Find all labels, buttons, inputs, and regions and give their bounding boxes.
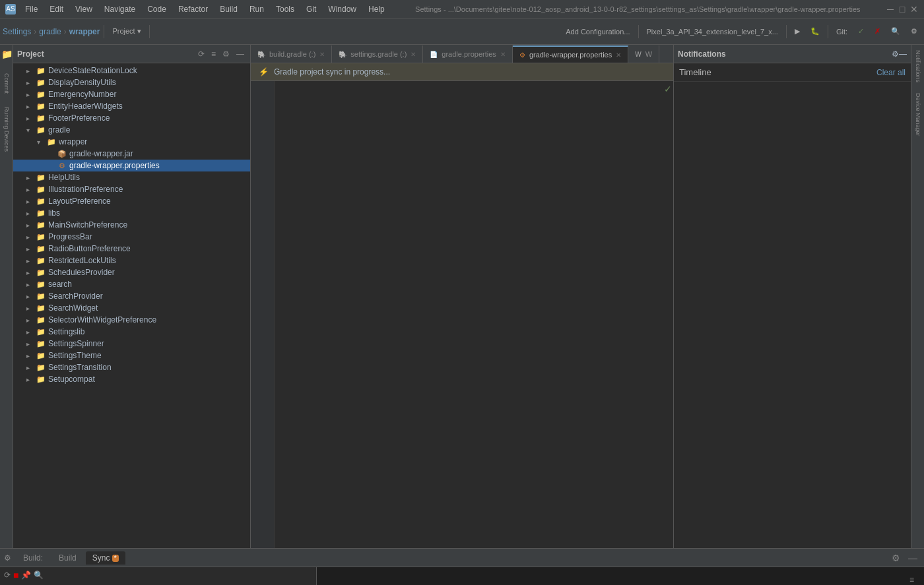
folder-icon: 📁 [36,231,46,242]
checkmark-icon: ✓ [664,84,672,94]
tree-item-restrictedlockutils[interactable]: ▸📁RestrictedLockUtils [13,255,250,266]
bottom-minimize-icon[interactable]: — [906,551,920,565]
menu-git[interactable]: Git [301,3,321,15]
editor-tab-gradle-wrapper-properties[interactable]: ⚙gradle-wrapper.properties✕ [513,46,628,63]
menu-view[interactable]: View [70,3,98,15]
tree-item-schedulesprovider[interactable]: ▸📁SchedulesProvider [13,266,250,278]
device-selector[interactable]: Pixel_3a_API_34_extension_level_7_x... [643,26,782,38]
tree-item-searchprovider[interactable]: ▸📁SearchProvider [13,290,250,302]
tab-close-icon[interactable]: ✕ [411,51,416,58]
menu-refactor[interactable]: Refactor [173,3,213,15]
bottom-tab-sync[interactable]: Sync * [86,551,125,565]
add-config-button[interactable]: Add Configuration... [562,26,634,38]
clear-all-button[interactable]: Clear all [876,68,906,77]
pin-icon[interactable]: 📌 [21,570,31,580]
menu-edit[interactable]: Edit [44,3,69,15]
debug-button[interactable]: 🐛 [807,25,824,38]
folder-icon: 📁 [36,208,46,218]
notifications-strip-label[interactable]: Notifications [913,45,923,88]
running-devices-icon[interactable]: Running Devices [0,103,13,156]
tree-item-settingsspinner[interactable]: ▸📁SettingsSpinner [13,338,250,350]
tree-item-settingslib[interactable]: ▸📁Settingslib [13,326,250,338]
tree-item-helputils[interactable]: ▸📁HelpUtils [13,171,250,183]
git-checkmark[interactable]: ✓ [854,25,868,38]
bottom-panel-icon: ⚙ [4,553,11,563]
tree-item-label: wrapper [59,137,87,146]
tree-item-label: EntityHeaderWidgets [48,102,123,111]
tree-item-label: DeviceStateRotationLock [48,66,137,75]
tab-close-icon[interactable]: ✕ [500,51,506,58]
close-button[interactable]: ✕ [909,5,919,14]
title-path: Settings - ...\Documents\gitee\note-012_… [390,5,886,13]
bottom-left-icon[interactable]: ⟳ [4,570,11,580]
tree-item-progressbar[interactable]: ▸📁ProgressBar [13,231,250,243]
project-dropdown[interactable]: Project ▾ [108,25,145,38]
menu-tools[interactable]: Tools [271,3,300,15]
bottom-left-settings[interactable]: 🔍 [34,570,44,580]
breadcrumb-gradle[interactable]: gradle [39,27,61,36]
editor-tab-gradle-properties[interactable]: 📄gradle.properties✕ [423,46,513,63]
tree-item-footerpreference[interactable]: ▸📁FooterPreference [13,112,250,124]
bottom-filter-icon[interactable]: ⚙ [889,551,903,565]
git-x[interactable]: ✗ [871,25,884,38]
editor-tab-build-gradle----[interactable]: 🐘build.gradle (:)✕ [251,46,332,63]
bottom-console[interactable]: ≡ ⊡ [317,567,924,585]
tree-item-illustrationpreference[interactable]: ▸📁IllustrationPreference [13,183,250,195]
jar-file-icon: 📦 [57,148,67,159]
filter-icon[interactable]: ⚙ [220,49,232,59]
tree-item-gradle[interactable]: ▾📁gradle [13,124,250,136]
menu-file[interactable]: File [20,3,43,15]
tree-item-selectorwithwidgetpreference[interactable]: ▸📁SelectorWithWidgetPreference [13,314,250,326]
console-icon-1[interactable]: ≡ [909,575,916,584]
device-manager-strip-label[interactable]: Device Manager [913,88,923,142]
tree-item-displaydensityutils[interactable]: ▸📁DisplayDensityUtils [13,77,250,88]
run-button[interactable]: ▶ [791,25,804,38]
tree-item-gradle-wrapper.jar[interactable]: 📦gradle-wrapper.jar [13,148,250,160]
tab-icon: W [635,51,641,58]
tree-item-search[interactable]: ▸📁search [13,278,250,290]
tree-item-layoutpreference[interactable]: ▸📁LayoutPreference [13,195,250,207]
menu-build[interactable]: Build [214,3,243,15]
sync-icon[interactable]: ⟳ [196,49,207,59]
tree-item-radiobuttonpreference[interactable]: ▸📁RadioButtonPreference [13,243,250,255]
settings-button[interactable]: ⚙ [907,25,921,38]
editor-tab-settings-gradle----[interactable]: 🐘settings.gradle (:)✕ [332,46,423,63]
tree-item-libs[interactable]: ▸📁libs [13,207,250,219]
menu-window[interactable]: Window [323,3,362,15]
breadcrumb-wrapper[interactable]: wrapper [69,27,100,36]
notif-settings-icon[interactable]: ⚙ [892,49,899,59]
tab-close-icon[interactable]: ✕ [616,51,621,59]
tree-item-devicestaterotationlock[interactable]: ▸📁DeviceStateRotationLock [13,65,250,77]
maximize-button[interactable]: □ [898,5,907,14]
code-view[interactable] [275,81,665,548]
breadcrumb-settings[interactable]: Settings [3,27,31,36]
search-everywhere[interactable]: 🔍 [887,25,904,38]
chevron-icon: ▸ [26,186,36,193]
tree-item-gradle-wrapper.properties[interactable]: ⚙gradle-wrapper.properties [13,160,250,171]
menu-help[interactable]: Help [363,3,390,15]
collapse-icon[interactable]: — [234,49,246,59]
sort-icon[interactable]: ≡ [209,49,218,59]
commit-icon[interactable]: Commit [0,63,13,103]
menu-run[interactable]: Run [244,3,269,15]
editor-tab-w[interactable]: WW [628,46,659,63]
project-icon[interactable]: 📁 [0,45,13,63]
menu-navigate[interactable]: Navigate [99,3,141,15]
window-controls[interactable]: ─ □ ✕ [886,5,919,14]
bottom-tab-build[interactable]: Build [52,551,83,565]
menu-code[interactable]: Code [142,3,172,15]
tree-item-setupcompat[interactable]: ▸📁Setupcompat [13,373,250,385]
tree-item-emergencynumber[interactable]: ▸📁EmergencyNumber [13,88,250,100]
notifications-header: Notifications ⚙ — [674,45,911,63]
tree-item-entityheaderwidgets[interactable]: ▸📁EntityHeaderWidgets [13,100,250,112]
tree-item-settingstheme[interactable]: ▸📁SettingsTheme [13,350,250,361]
notif-close-icon[interactable]: — [899,49,907,59]
breadcrumb[interactable]: Settings › gradle › wrapper [3,27,100,36]
tree-item-settingstransition[interactable]: ▸📁SettingsTransition [13,361,250,373]
minimize-button[interactable]: ─ [886,5,895,14]
stop-icon[interactable]: ■ [13,570,18,580]
tree-item-searchwidget[interactable]: ▸📁SearchWidget [13,302,250,314]
tree-item-wrapper[interactable]: ▾📁wrapper [13,136,250,148]
tree-item-mainswitchpreference[interactable]: ▸📁MainSwitchPreference [13,219,250,231]
tab-close-icon[interactable]: ✕ [319,51,325,58]
